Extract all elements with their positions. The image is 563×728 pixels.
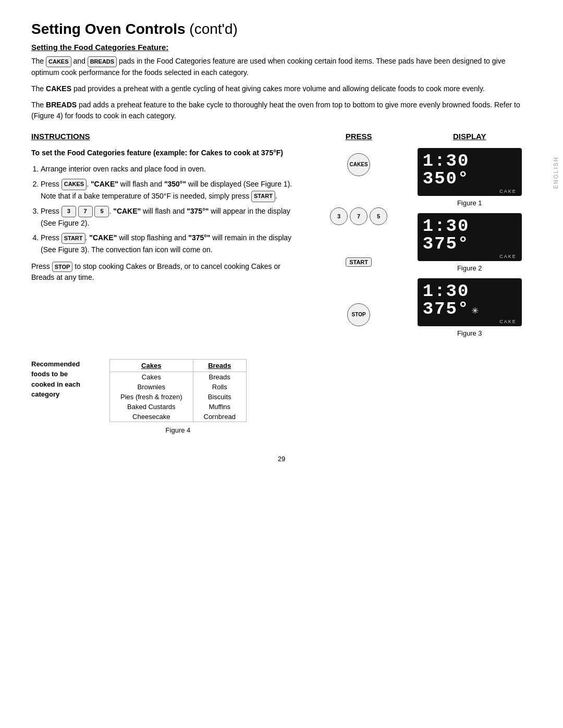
figure4-row-label: Recommended foods to be cooked in each c… [31,359,99,400]
stop-inline-btn: STOP [52,262,73,273]
figure4-container: Recommended foods to be cooked in each c… [31,359,532,434]
cakes-button-icon: CAKES [46,56,71,67]
page-title: Setting Oven Controls (cont'd) [31,21,532,38]
cakes-item-5: Cheesecake [110,412,193,422]
intro-para-2: The CAKES pad provides a preheat with a … [31,83,532,94]
instructions-column: INSTRUCTIONS To set the Food Categories … [31,132,315,343]
table-row: Pies (fresh & frozen) Biscuits [110,392,247,402]
figure4-table: Cakes Breads Cakes Breads Brownies Rolls… [109,359,247,422]
display1-value: 1:30 350° [423,152,517,188]
display2-label: CAKE [423,254,517,259]
press-stop: STOP [347,303,370,326]
breads-keyword: BREADS [88,57,117,65]
step-4: Press START. "CAKE" will stop flashing a… [41,232,305,255]
col1-header: Cakes [110,359,193,372]
display-header: DISPLAY [408,132,532,141]
display-column: DISPLAY 1:30 350° CAKE Figure 1 1:30 375… [408,132,532,343]
display-figure1: 1:30 350° CAKE [418,148,522,196]
breads-item-2: Rolls [193,382,246,392]
cakes-circular-btn: CAKES [347,153,370,176]
example-heading: To set the Food Categories feature (exam… [31,148,305,158]
start-inline-btn: START [251,191,275,202]
press-column: PRESS CAKES 3 7 5 START STOP [315,132,408,343]
figure1-caption: Figure 1 [457,199,482,207]
start-circular-btn: START [346,257,372,267]
start-press-btn: START [62,233,85,244]
figure4-table-wrapper: Cakes Breads Cakes Breads Brownies Rolls… [109,359,247,434]
table-row: Cakes Breads [110,372,247,382]
fan-icon: ✳ [471,304,479,317]
intro-para-1: The CAKES and BREADS pads in the Food Ca… [31,56,532,78]
stop-note: Press STOP to stop cooking Cakes or Brea… [31,261,305,283]
press-cakes: CAKES [347,153,370,176]
btn-7: 7 [78,206,93,217]
breads-item-1: Breads [193,372,246,382]
press-section: CAKES 3 7 5 START STOP [315,148,402,331]
figure4-caption: Figure 4 [109,426,247,434]
breads-item-5: Cornbread [193,412,246,422]
title-text: Setting Oven Controls [31,21,186,37]
cakes-item-1: Cakes [110,372,193,382]
cakes-item-4: Baked Custards [110,402,193,412]
display-figure2: 1:30 375° CAKE [418,213,522,261]
press-header: PRESS [315,132,402,141]
btn-5: 5 [94,206,109,217]
table-row: Baked Custards Muffins [110,402,247,412]
steps-list: Arrange interior oven racks and place fo… [31,163,305,256]
cakes-item-3: Pies (fresh & frozen) [110,392,193,402]
figure3-caption: Figure 3 [457,329,482,337]
main-content-layout: INSTRUCTIONS To set the Food Categories … [31,132,532,343]
display-figure3: 1:30 375°✳ CAKE [418,278,522,326]
breads-button-icon: BREADS [88,56,117,67]
display-section: 1:30 350° CAKE Figure 1 1:30 375° CAKE F… [408,148,532,343]
num-7-btn: 7 [350,207,368,225]
page-number: 29 [31,455,532,463]
step-1: Arrange interior oven racks and place fo… [41,163,305,175]
display2-value: 1:30 375° [423,217,517,253]
title-cont: (cont'd) [186,21,238,37]
figure2-caption: Figure 2 [457,264,482,272]
table-row: Cheesecake Cornbread [110,412,247,422]
press-start: START [346,257,372,267]
stop-circular-btn: STOP [347,303,370,326]
display3-value: 1:30 375°✳ [423,282,517,318]
display3-label: CAKE [423,319,517,324]
breads-item-3: Biscuits [193,392,246,402]
press-375: 3 7 5 [330,207,387,225]
num-5-btn: 5 [370,207,387,225]
cakes-item-2: Brownies [110,382,193,392]
section-heading: Setting the Food Categories Feature: [31,43,532,52]
side-label: ENGLISH [553,156,559,189]
display1-label: CAKE [423,189,517,194]
step-2: Press CAKES. "CAKE" will flash and "350°… [41,178,305,202]
col2-header: Breads [193,359,246,372]
table-row: Brownies Rolls [110,382,247,392]
cakes-press-btn: CAKES [62,179,87,190]
intro-para-3: The BREADS pad adds a preheat feature to… [31,100,532,121]
instructions-header: INSTRUCTIONS [31,132,305,141]
breads-item-4: Muffins [193,402,246,412]
cakes-keyword: CAKES [46,57,71,65]
num-3-btn: 3 [330,207,348,225]
step-3: Press 3 7 5. "CAKE" will flash and "375°… [41,205,305,229]
btn-3: 3 [62,206,76,217]
